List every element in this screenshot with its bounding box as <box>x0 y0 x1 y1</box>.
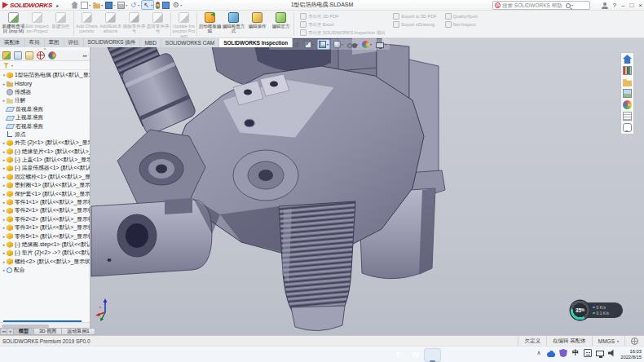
tab-评估[interactable]: 评估 <box>64 38 84 47</box>
tree-item[interactable]: ▸保护套<1> (默认<<默认>_显示状态 <box>2 189 90 197</box>
select-button[interactable]: ↖▾ <box>141 0 154 10</box>
tree-item[interactable]: ▸(-) 绝缘圈.step<1> (默认<<默认>_ <box>2 241 90 249</box>
display-style-caret-icon[interactable]: ▾ <box>342 42 343 46</box>
undo-caret-icon[interactable]: ▾ <box>138 3 139 7</box>
forum-tab[interactable] <box>623 123 632 132</box>
app-logo[interactable]: SOLIDWORKS ▸ <box>0 2 59 9</box>
login-icon[interactable] <box>602 2 608 9</box>
tree-root[interactable]: ▾1型铝箔热电偶 (默认<默认_显示状态-1> <box>2 71 90 79</box>
tree-item[interactable]: ▸配合 <box>2 266 90 274</box>
expand-icon[interactable]: ▸ <box>2 140 7 145</box>
tab-solidworks-cam[interactable]: SOLIDWORKS CAM <box>161 38 219 47</box>
onedrive-tray-icon[interactable] <box>547 352 555 357</box>
edit-operation-button[interactable]: 编辑操作 <box>245 11 269 38</box>
start-button[interactable] <box>201 348 218 362</box>
bottom-tab-模型[interactable]: 模型 <box>13 328 33 335</box>
expand-icon[interactable]: ▸ <box>2 98 7 103</box>
ime-tray-icon[interactable]: 中 <box>571 349 580 357</box>
expand-icon[interactable]: ▸ <box>2 250 7 255</box>
print-button[interactable]: ▾ <box>117 0 128 10</box>
tree-item[interactable]: ▸密封圈<1> (默认<<默认>_显示状态 <box>2 181 90 189</box>
tab-mbd[interactable]: MBD <box>140 38 161 47</box>
tree-item[interactable]: ▸零件1<1> (默认<<默认>_显示状态 <box>2 198 90 206</box>
tree-item[interactable]: ▸零件3<1> (默认<<默认>_显示状态 <box>2 223 90 232</box>
expand-icon[interactable]: ▸ <box>2 225 7 230</box>
edit-appearance-caret-icon[interactable]: ▾ <box>370 42 372 46</box>
qualityxpert-button[interactable]: QualityXpert <box>445 13 478 20</box>
tab-scroll-left-icon[interactable]: ◂ <box>7 328 13 335</box>
export-edrawing-button[interactable]: Export eDrawing <box>393 21 436 28</box>
performance-monitor-widget[interactable]: 35% 0 K/s 0.1 K/s <box>571 301 623 320</box>
search-icon[interactable] <box>566 3 571 8</box>
home-button[interactable] <box>70 0 79 10</box>
tab-solidworks-inspection[interactable]: SOLIDWORKS Inspection <box>219 38 293 47</box>
tree-item[interactable]: 前视基准面 <box>2 105 90 113</box>
view-settings-caret-icon[interactable]: ▾ <box>385 42 386 46</box>
export-3d-pdf-button[interactable]: Export to 3D PDF <box>393 13 436 20</box>
tree-item[interactable]: ▸零件2<1> (默认<<默认>_显示状态 <box>2 206 90 214</box>
view-palette-tab[interactable] <box>623 89 632 98</box>
display-style-button[interactable]: ▾ <box>333 39 344 50</box>
browser-colorful-button[interactable] <box>338 348 355 362</box>
units-selector[interactable]: MMGS▾ <box>592 336 624 346</box>
add-characteristic-button[interactable]: Add Characteristic <box>75 11 99 38</box>
search-button[interactable] <box>218 348 236 362</box>
search-caret-icon[interactable]: ▾ <box>571 3 573 7</box>
design-library-tab[interactable] <box>623 66 632 75</box>
tab-scroll-first-icon[interactable]: ◂◂ <box>0 328 7 335</box>
edge-button[interactable] <box>253 348 270 362</box>
export-inspection-project-button[interactable]: 导出至 SOLIDWORKS Inspection 项目 <box>300 29 385 36</box>
net-inspect-button[interactable]: Net-Inspect <box>445 21 478 28</box>
expand-icon[interactable]: ▸ <box>2 157 7 162</box>
app-blue-button[interactable] <box>373 348 390 362</box>
tree-item[interactable]: ▸(-) 温度传感器<1> (默认<<默认>_显 <box>2 164 90 172</box>
tree-item[interactable]: 原点 <box>2 130 90 139</box>
solidworks-button[interactable] <box>424 348 441 362</box>
expand-icon[interactable]: ▸ <box>2 183 7 188</box>
custom-properties-tab[interactable] <box>623 112 632 121</box>
edit-inspection-project-button[interactable]: Edit Inspection Project <box>25 11 49 38</box>
help-button[interactable]: ? <box>613 0 616 11</box>
tab-装配体[interactable]: 装配体 <box>0 38 25 47</box>
security-tray-icon[interactable] <box>559 349 567 357</box>
graphics-area[interactable] <box>90 38 644 335</box>
file-explorer-button[interactable] <box>270 348 287 362</box>
tree-horizontal-scrollbar[interactable] <box>0 322 90 328</box>
rebuild-button[interactable] <box>155 0 161 10</box>
tree-item[interactable]: ▸零件5<1> (默认<<默认>_显示状态 <box>2 232 90 240</box>
tree-item[interactable]: ▸History <box>2 79 90 87</box>
close-button[interactable]: × <box>638 0 642 11</box>
options-caret-icon[interactable]: ▾ <box>180 3 182 7</box>
photos-button[interactable] <box>304 348 321 362</box>
scrollbar-thumb[interactable] <box>2 324 49 328</box>
add-edit-balloons-button[interactable]: Add/Edit Balloons <box>99 11 122 38</box>
dimxpert-manager-tab[interactable] <box>37 51 45 60</box>
feature-manager-tab[interactable] <box>2 51 11 60</box>
configuration-manager-tab[interactable] <box>25 51 33 60</box>
tree-item[interactable]: ▸零件2<2> (默认<<默认>_显示状态 <box>2 215 90 223</box>
status-globe[interactable] <box>624 336 644 346</box>
tree-item[interactable]: ▸(-) 垫片 (2)<2> ->? (默认<<默认>_ <box>2 249 90 257</box>
tree-item[interactable]: ▸外壳 (2)<1> (默认<<默认>_显示状态 <box>2 139 90 147</box>
edit-appearance-button[interactable]: ▾ <box>361 39 373 50</box>
new-document-button[interactable]: ▾ <box>80 0 91 10</box>
app-green-button[interactable]: S <box>390 348 407 362</box>
section-view-caret-icon[interactable]: ▾ <box>312 42 314 46</box>
minimize-button[interactable]: – <box>621 0 624 11</box>
section-view-button[interactable]: ▾ <box>303 39 315 50</box>
export-2d-pdf-button[interactable]: 导出至 2D PDF <box>300 13 385 20</box>
expand-icon[interactable]: ▸ <box>2 200 7 205</box>
launch-template-editor-button[interactable]: 启动模板编辑 <box>198 11 222 38</box>
tab-布局[interactable]: 布局 <box>25 38 45 47</box>
tree-item[interactable]: ▸注解 <box>2 96 90 104</box>
open-caret-icon[interactable]: ▾ <box>101 3 103 7</box>
input-mode-tray-icon[interactable] <box>584 349 592 357</box>
restore-button[interactable]: □ <box>629 0 633 11</box>
tree-item[interactable]: 传感器 <box>2 88 90 96</box>
search-scope-icon[interactable]: S <box>495 2 501 8</box>
wps-button[interactable]: W <box>407 348 424 362</box>
new-snapshot-button[interactable]: 新建快照 <box>49 11 73 38</box>
chrome-button[interactable] <box>355 348 373 362</box>
tree-item[interactable]: ▸(-) 上盖<1> (默认<<默认>_显示状态 <box>2 156 90 164</box>
property-manager-tab[interactable] <box>14 51 22 60</box>
